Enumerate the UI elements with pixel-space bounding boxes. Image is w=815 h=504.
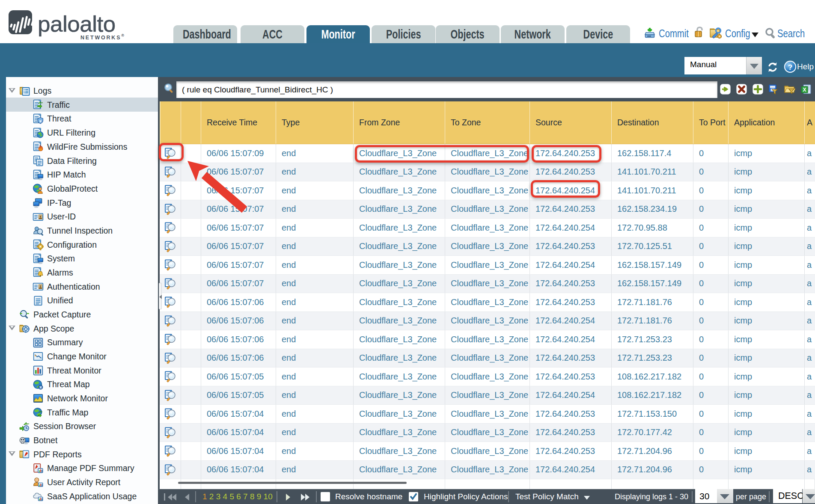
svg-text:x: x — [39, 118, 42, 123]
svg-text:x: x — [39, 385, 42, 389]
svg-text:X: X — [803, 87, 806, 93]
svg-text:?: ? — [788, 63, 792, 71]
